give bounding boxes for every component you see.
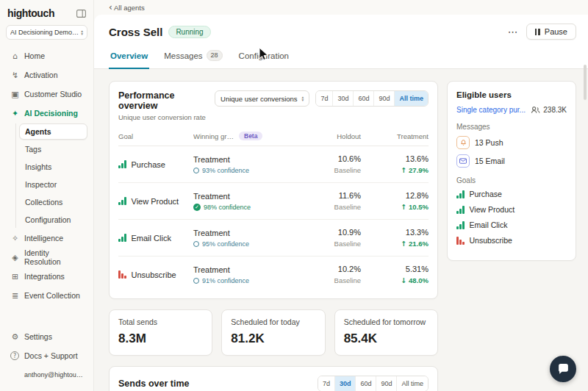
page-header: Cross Sell Running ⋯ Pause Overview Mess… [94, 15, 588, 69]
stats-row: Total sends 8.3M Scheduled for today 81.… [109, 309, 438, 356]
sidebar-item-label: Configuration [25, 215, 71, 224]
sidebar-item-integrations[interactable]: ⊞ Integrations [6, 268, 87, 285]
range-30d[interactable]: 30d [332, 91, 353, 106]
workspace-name: AI Decisioning Demo - ... [10, 29, 79, 36]
range-30d[interactable]: 30d [334, 376, 356, 391]
range-all-time[interactable]: All time [394, 91, 428, 106]
stat-label: Total sends [118, 318, 203, 326]
message-email: 15 Email [456, 154, 567, 168]
sidebar-item-inspector[interactable]: Inspector [19, 176, 87, 193]
range-60d[interactable]: 60d [355, 376, 376, 391]
sidebar-item-tags[interactable]: Tags [19, 141, 87, 157]
tab-messages[interactable]: Messages 28 [162, 47, 223, 69]
sidebar-item-label: Inspector [25, 180, 57, 189]
mail-icon [456, 154, 470, 168]
sidebar-item-account[interactable]: anthony@hightouch.io [6, 366, 87, 384]
range-all-time[interactable]: All time [396, 376, 428, 391]
range-60d[interactable]: 60d [353, 91, 373, 106]
goal-item: View Product [456, 205, 567, 214]
pause-button[interactable]: Pause [526, 24, 576, 40]
holdout-value: 10.6% [302, 154, 361, 163]
sidebar-item-agents[interactable]: Agents [19, 123, 87, 140]
account-email: anthony@hightouch.io [24, 371, 83, 379]
collapse-sidebar-button[interactable] [76, 10, 86, 18]
more-options-button[interactable]: ⋯ [508, 26, 519, 37]
card-subtitle: Unique user conversion rate [118, 113, 209, 121]
holdout-sub: Baseline [302, 166, 361, 174]
sidebar-item-collections[interactable]: Collections [19, 194, 87, 210]
message-push: 13 Push [456, 136, 567, 149]
sidebar-item-ai-decisioning[interactable]: ✦ AI Decisioning [6, 104, 87, 122]
col-treatment: Treatment [361, 132, 429, 140]
range-90d[interactable]: 90d [376, 376, 396, 391]
confidence-circle-icon [193, 168, 199, 173]
goals-section-title: Goals [456, 176, 567, 184]
sidebar-item-customer-studio[interactable]: ▣ Customer Studio [6, 85, 87, 103]
chat-bubble-button[interactable] [550, 356, 576, 382]
holdout-value: 10.2% [302, 265, 361, 273]
sidebar-item-label: Home [24, 51, 45, 60]
goal-bars-icon [118, 270, 126, 279]
page-title: Cross Sell [109, 26, 162, 38]
range-7d[interactable]: 7d [316, 91, 332, 106]
goal-bars-icon [456, 190, 465, 198]
status-badge: Running [168, 26, 210, 38]
sidebar-item-home[interactable]: ⌂ Home [6, 47, 87, 65]
sidebar-item-label: Identity Resolution [24, 248, 83, 266]
sidebar-item-activation[interactable]: ↯ Activation [6, 66, 87, 84]
sends-over-time-card: Sends over time 7d 30d 60d 90d All time … [109, 366, 438, 391]
content-area: Performance overview Unique user convers… [94, 69, 588, 391]
select-stepper-icon: ▴▾ [302, 96, 304, 102]
goal-item: Email Click [456, 220, 567, 229]
sidebar-item-label: Event Collection [24, 291, 80, 300]
confidence-circle-icon [193, 241, 199, 247]
sidebar-item-intelligence[interactable]: ✧ Intelligence [6, 229, 87, 247]
arrow-up-icon: ↑ [401, 203, 406, 211]
goal-item: Purchase [456, 190, 567, 198]
ai-decisioning-icon: ✦ [10, 109, 20, 118]
range-90d[interactable]: 90d [373, 91, 394, 106]
goal-name: Email Click [132, 234, 171, 243]
sidebar-item-label: Integrations [24, 272, 65, 281]
scrollbar-thumb[interactable] [584, 65, 587, 100]
stat-label: Scheduled for today [231, 318, 315, 326]
sidebar-nav: ⌂ Home ↯ Activation ▣ Customer Studio ✦ … [6, 47, 87, 306]
lift-value: ↑ 10.5% [361, 203, 429, 211]
back-all-agents-link[interactable]: ‹ All agents [109, 2, 145, 12]
confidence-circle-icon [193, 278, 199, 284]
sidebar-item-docs-support[interactable]: ? Docs + Support [6, 347, 87, 365]
eligible-users-card: Eligible users Single category pur... 23… [447, 81, 576, 261]
table-row: Email Click Treatment 95% confidence [118, 220, 429, 257]
tab-bar: Overview Messages 28 Configuration [109, 47, 576, 68]
tab-overview[interactable]: Overview [109, 47, 149, 69]
sidebar-item-configuration[interactable]: Configuration [19, 212, 87, 228]
holdout-sub: Baseline [302, 240, 361, 248]
goal-bars-icon [118, 160, 126, 168]
bell-icon [456, 136, 470, 149]
goal-bars-icon [456, 206, 465, 214]
identity-resolution-icon: ◈ [10, 253, 20, 262]
winning-group-value: Treatment [193, 265, 302, 274]
activation-icon: ↯ [10, 71, 20, 80]
metric-select[interactable]: Unique user conversions ▴▾ [215, 90, 309, 107]
panel-collapse-icon [76, 10, 86, 18]
sidebar-item-insights[interactable]: Insights [19, 159, 87, 175]
winning-group-value: Treatment [193, 192, 302, 201]
range-7d[interactable]: 7d [318, 376, 334, 391]
card-title: Sends over time [118, 379, 312, 389]
sidebar-item-identity-resolution[interactable]: ◈ Identity Resolution [6, 248, 87, 266]
col-goal: Goal [118, 132, 193, 140]
sidebar-item-settings[interactable]: ⚙ Settings [6, 328, 87, 345]
workspace-selector[interactable]: AI Decisioning Demo - ... ▴▾ [6, 25, 87, 40]
people-icon [531, 106, 540, 114]
sidebar-item-event-collection[interactable]: ≣ Event Collection [6, 287, 87, 304]
confidence: 95% confidence [193, 240, 302, 248]
goal-bars-icon [456, 221, 465, 229]
col-winning-group: Winning group Beta [193, 132, 302, 140]
sidebar-bottom: ⚙ Settings ? Docs + Support anthony@high… [6, 328, 87, 385]
sidebar: hightouch AI Decisioning Demo - ... ▴▾ ⌂… [0, 0, 94, 391]
stat-value: 8.3M [118, 331, 203, 346]
help-icon: ? [10, 351, 20, 360]
tab-configuration[interactable]: Configuration [237, 47, 290, 69]
audience-link[interactable]: Single category pur... [456, 106, 527, 114]
